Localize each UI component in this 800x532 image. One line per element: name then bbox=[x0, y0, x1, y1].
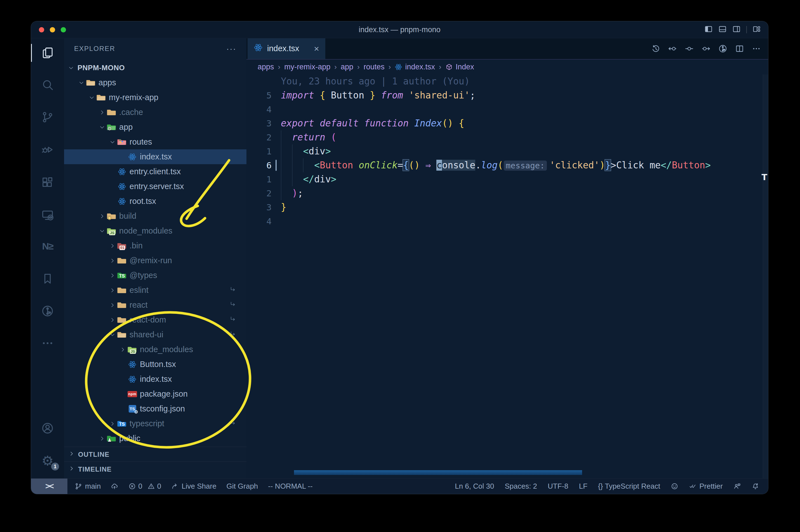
activity-bar: N≥⚙1 bbox=[31, 38, 64, 479]
code-line[interactable]: 5import { Button } from 'shared-ui'; bbox=[246, 89, 763, 102]
code-token: function bbox=[364, 118, 409, 129]
code-line[interactable]: 3export default function Index() { bbox=[246, 116, 763, 130]
tab-index-tsx[interactable]: index.tsx × bbox=[248, 38, 325, 59]
tree-item-package.json[interactable]: npmpackage.json bbox=[64, 386, 246, 401]
activity-settings[interactable]: ⚙1 bbox=[31, 447, 64, 475]
activity-bookmarks[interactable] bbox=[31, 265, 64, 293]
code-line[interactable]: 3} bbox=[246, 200, 763, 214]
chevron-right-icon bbox=[108, 421, 117, 427]
tree-item-index.tsx[interactable]: index.tsx bbox=[64, 149, 246, 164]
status-git-branch[interactable]: main bbox=[75, 482, 101, 491]
explorer-more-actions-icon[interactable]: ··· bbox=[226, 44, 236, 53]
change-icon[interactable] bbox=[685, 44, 694, 53]
tree-item-.cache[interactable]: .cache bbox=[64, 105, 246, 120]
activity-source-control[interactable] bbox=[31, 103, 64, 131]
tree-item-node-modules[interactable]: JSnode_modules bbox=[64, 342, 246, 357]
overview-ruler[interactable]: T bbox=[763, 74, 768, 479]
tree-item-index.tsx[interactable]: index.tsx bbox=[64, 372, 246, 386]
breadcrumb-item-index.tsx[interactable]: index.tsx bbox=[395, 63, 435, 71]
activity-accounts[interactable] bbox=[31, 414, 64, 442]
status-language-mode[interactable]: {} TypeScript React bbox=[598, 482, 660, 491]
folder-icon bbox=[117, 316, 127, 324]
code-line[interactable]: 2 return ( bbox=[246, 130, 763, 144]
outline-section[interactable]: OUTLINE bbox=[64, 447, 246, 462]
status-problems[interactable]: 00 bbox=[128, 482, 161, 491]
tree-item-label: build bbox=[119, 211, 136, 221]
tree-item-apps[interactable]: apps bbox=[64, 75, 246, 90]
tree-item-entry.client.tsx[interactable]: entry.client.tsx bbox=[64, 164, 246, 179]
activity-more-views[interactable] bbox=[31, 329, 64, 357]
toggle-secondary-sidebar-icon[interactable] bbox=[732, 25, 741, 34]
code-line[interactable]: 4 bbox=[246, 214, 763, 228]
breadcrumb-item-app[interactable]: app bbox=[341, 63, 353, 71]
tree-item-app[interactable]: ⚙app bbox=[64, 120, 246, 135]
split-editor-icon[interactable] bbox=[735, 44, 744, 53]
activity-run-debug[interactable] bbox=[31, 136, 64, 164]
code-line[interactable]: 2 ); bbox=[246, 186, 763, 200]
explorer-title: EXPLORER bbox=[74, 45, 115, 53]
tab-close-icon[interactable]: × bbox=[314, 44, 319, 53]
tree-item-public[interactable]: ♟public bbox=[64, 431, 246, 446]
tree-item-typescript[interactable]: TStypescript bbox=[64, 416, 246, 431]
tree-item-react[interactable]: react bbox=[64, 298, 246, 312]
breadcrumb-item-routes[interactable]: routes bbox=[364, 63, 385, 71]
status-eol[interactable]: LF bbox=[579, 482, 587, 491]
status-live-share[interactable]: Live Share bbox=[171, 482, 216, 491]
activity-search[interactable] bbox=[31, 71, 64, 99]
tree-item-tsconfig.json[interactable]: TS⚙tsconfig.json bbox=[64, 401, 246, 416]
next-change-icon[interactable] bbox=[702, 44, 710, 53]
activity-gitlens[interactable] bbox=[31, 297, 64, 325]
gitlens-icon[interactable] bbox=[718, 44, 727, 53]
tree-item-root.tsx[interactable]: root.tsx bbox=[64, 194, 246, 209]
breadcrumb-item-my-remix-app[interactable]: my-remix-app bbox=[284, 63, 330, 71]
tree-item-@remix-run[interactable]: @remix-run bbox=[64, 253, 246, 268]
status-publish-changes[interactable] bbox=[111, 482, 118, 490]
toggle-panel-icon[interactable] bbox=[718, 25, 727, 34]
tree-item-eslint[interactable]: eslint bbox=[64, 283, 246, 298]
status-prettier[interactable]: Prettier bbox=[689, 482, 723, 491]
customize-layout-icon[interactable] bbox=[753, 25, 761, 34]
prev-change-icon[interactable] bbox=[668, 44, 677, 53]
code-line[interactable]: 4 bbox=[246, 102, 763, 116]
tree-item-my-remix-app[interactable]: my-remix-app bbox=[64, 90, 246, 105]
status-cursor-position[interactable]: Ln 6, Col 30 bbox=[455, 482, 494, 491]
tree-item-.bin[interactable]: 01.bin bbox=[64, 238, 246, 253]
tree-item-@types[interactable]: TS@types bbox=[64, 268, 246, 283]
activity-explorer[interactable] bbox=[31, 39, 64, 67]
inlay-hint: message: bbox=[504, 160, 547, 171]
toggle-primary-sidebar-icon[interactable] bbox=[704, 25, 713, 34]
breadcrumb-item-Index[interactable]: Index bbox=[445, 63, 474, 71]
status-notifications[interactable] bbox=[751, 482, 759, 490]
activity-nx-console[interactable]: N≥ bbox=[31, 232, 64, 260]
code-line[interactable]: 6 <Button onClick={() ⇒ console.log(mess… bbox=[246, 158, 763, 172]
tree-item-Button.tsx[interactable]: Button.tsx bbox=[64, 357, 246, 372]
activity-extensions[interactable] bbox=[31, 168, 64, 196]
status-encoding[interactable]: UTF-8 bbox=[548, 482, 568, 491]
status-feedback[interactable] bbox=[734, 482, 741, 490]
remote-indicator[interactable]: >< bbox=[31, 479, 68, 494]
more-actions-icon[interactable] bbox=[752, 44, 761, 53]
horizontal-scrollbar[interactable] bbox=[294, 470, 582, 475]
tree-item-routes[interactable]: routes bbox=[64, 135, 246, 149]
code-line[interactable]: 1 </div> bbox=[246, 172, 763, 186]
code-line[interactable]: 1 <div> bbox=[246, 144, 763, 158]
tree-item-node-modules[interactable]: JSnode_modules bbox=[64, 224, 246, 238]
breadcrumb-item-apps[interactable]: apps bbox=[258, 63, 274, 71]
status-vim-mode[interactable]: -- NORMAL -- bbox=[268, 482, 312, 491]
status-indentation[interactable]: Spaces: 2 bbox=[504, 482, 537, 491]
timeline-section[interactable]: TIMELINE bbox=[64, 461, 246, 477]
chevron-right-icon bbox=[119, 346, 127, 353]
timeline-icon[interactable] bbox=[651, 44, 660, 53]
activity-remote-explorer[interactable] bbox=[31, 201, 64, 229]
status-git-graph[interactable]: Git Graph bbox=[227, 482, 258, 491]
tree-item-build[interactable]: ◉build bbox=[64, 209, 246, 224]
tree-item-react-dom[interactable]: react-dom bbox=[64, 312, 246, 327]
code-token: ) bbox=[292, 188, 298, 198]
tree-item-shared-ui[interactable]: shared-ui bbox=[64, 327, 246, 342]
tree-item-label: node_modules bbox=[140, 345, 193, 354]
code-editor[interactable]: You, 23 hours ago | 1 author (You)5impor… bbox=[246, 74, 763, 228]
tree-item-entry.server.tsx[interactable]: entry.server.tsx bbox=[64, 179, 246, 194]
status-label: Git Graph bbox=[227, 482, 258, 491]
tree-item-PNPM-MONO[interactable]: PNPM-MONO bbox=[64, 60, 246, 75]
status-github[interactable] bbox=[671, 482, 678, 490]
